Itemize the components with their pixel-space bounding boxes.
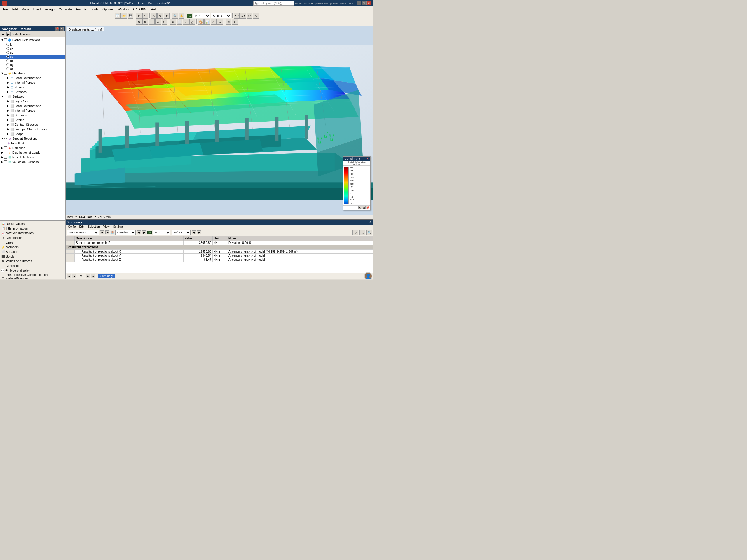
annotation-btn[interactable]: A	[211, 19, 216, 25]
nav-prev-btn[interactable]: ◀	[1, 32, 5, 36]
tree-phix[interactable]: φx	[0, 59, 66, 63]
check-type-display[interactable]: ✓	[1, 269, 4, 272]
cp-settings-btn[interactable]: ⚙	[358, 206, 362, 209]
menu-tools[interactable]: Tools	[89, 7, 100, 11]
nb-members[interactable]: ⚡ Members	[1, 245, 65, 249]
tree-phiy[interactable]: φy	[0, 63, 66, 67]
cp-expand-btn[interactable]: ⊞	[362, 206, 366, 209]
expand-layer-side[interactable]: ▶	[6, 100, 10, 103]
radio-phiz[interactable]	[6, 68, 9, 70]
sum-next-btn[interactable]: ▶	[105, 231, 109, 235]
summary-menu-goto[interactable]: Go To	[67, 225, 77, 229]
expand-stresses-mem[interactable]: ▶	[6, 90, 10, 94]
nav-pin-btn[interactable]: 📌	[55, 27, 59, 31]
summary-row-ry[interactable]: Resultant of reactions about Y -2840.54 …	[66, 254, 374, 258]
sum-lc-dropdown[interactable]: LC2	[153, 230, 171, 235]
nb-result-values[interactable]: 📊 Result Values	[1, 221, 65, 226]
tree-uy[interactable]: uy	[0, 50, 66, 55]
menu-assign[interactable]: Assign	[43, 7, 56, 11]
tree-u-abs[interactable]: |u|	[0, 42, 66, 46]
summary-analysis-dropdown[interactable]: Static Analysis	[67, 230, 99, 235]
summary-menu-view[interactable]: View	[102, 225, 111, 229]
check-support[interactable]: ✓	[4, 137, 7, 140]
tree-releases[interactable]: ▶ ◈ Releases	[0, 145, 66, 150]
radio-uz[interactable]	[6, 55, 9, 58]
legend-btn[interactable]: 📊	[204, 19, 210, 25]
page-first-btn[interactable]: ⏮	[67, 274, 71, 278]
cp-close-btn[interactable]: ✕	[366, 157, 369, 160]
menu-help[interactable]: Help	[149, 7, 159, 11]
tree-distribution[interactable]: ▶ ↓ Distribution of Loads	[0, 150, 66, 155]
expand-values-surf[interactable]: ▶	[1, 160, 4, 164]
print-btn[interactable]: 🖨	[217, 19, 223, 25]
open-btn[interactable]: 📂	[121, 13, 127, 19]
expand-strains-surf[interactable]: ▶	[6, 118, 10, 122]
wire-btn[interactable]: ⬡	[162, 19, 168, 25]
tree-contact-stresses[interactable]: ▶ ⬜ Contact Stresses	[0, 122, 66, 127]
radio-u-abs[interactable]	[6, 43, 9, 46]
sum-refresh-btn[interactable]: ↻	[353, 230, 358, 235]
cp-pin-btn[interactable]: 📌	[366, 206, 369, 209]
summary-menu-edit[interactable]: Edit	[78, 225, 85, 229]
lc-dropdown[interactable]: LC2	[192, 13, 210, 18]
show-load-btn[interactable]: ↓	[183, 19, 189, 25]
radio-ux[interactable]	[6, 47, 9, 50]
expand-contact[interactable]: ▶	[6, 123, 10, 126]
expand-int-forces-surf[interactable]: ▶	[6, 109, 10, 112]
tree-strains-surf[interactable]: ▶ ⬜ Strains	[0, 117, 66, 122]
summary-row-1[interactable]: Sum of support forces in Z 33059.80 kN D…	[66, 241, 374, 245]
grid-btn[interactable]: ⊞	[143, 19, 148, 25]
tree-resultant[interactable]: ⊛ Resultant	[0, 141, 66, 145]
zoom-btn[interactable]: 🔍	[172, 13, 178, 19]
tree-local-def-surf[interactable]: ▶ ⬜ Local Deformations	[0, 104, 66, 108]
check-result-sections[interactable]: ✓	[4, 156, 7, 159]
nb-deformation[interactable]: ↕ Deformation	[1, 235, 65, 240]
undo-btn[interactable]: ↩	[136, 13, 142, 19]
tree-global-deformations[interactable]: ▼ ✓ 🔷 Global Deformations	[0, 37, 66, 42]
maximize-button[interactable]: □	[362, 1, 366, 5]
expand-int-forces[interactable]: ▶	[6, 81, 10, 84]
check-surfaces[interactable]	[4, 95, 7, 98]
viewport[interactable]: Displacements uz [mm]	[66, 26, 374, 219]
check-global-def[interactable]: ✓	[4, 38, 7, 42]
nav-next-btn[interactable]: ▶	[6, 32, 10, 36]
menu-results[interactable]: Results	[74, 7, 89, 11]
page-next-btn[interactable]: ▶	[86, 274, 90, 278]
summary-minimize-btn[interactable]: ─	[366, 220, 368, 224]
tree-strains-mem[interactable]: ▶ ⊡ Strains	[0, 85, 66, 89]
check-distribution[interactable]	[4, 151, 7, 154]
pan-btn[interactable]: ✋	[179, 13, 184, 19]
sum-lc-next-btn[interactable]: ▶	[197, 231, 201, 235]
tree-int-forces-surf[interactable]: ▶ ⬜ Internal Forces	[0, 108, 66, 113]
tree-phiz[interactable]: φz	[0, 67, 66, 71]
nb-dimension[interactable]: ↔ Dimension	[1, 263, 65, 268]
view-xz-btn[interactable]: XZ	[247, 13, 252, 19]
menu-insert[interactable]: Insert	[31, 7, 43, 11]
check-releases[interactable]	[4, 146, 7, 149]
nb-ribs[interactable]: ⊡ Ribs - Effective Contribution on Surfa…	[1, 273, 65, 279]
expand-distribution[interactable]: ▶	[1, 151, 4, 154]
menu-window[interactable]: Window	[116, 7, 131, 11]
sum-lc-name-dropdown[interactable]: Aufbau	[172, 230, 190, 235]
settings-btn[interactable]: ⚙	[232, 19, 238, 25]
expand-surfaces[interactable]: ▼	[1, 95, 4, 98]
summary-tab[interactable]: Summary	[98, 274, 115, 278]
nb-values-surf[interactable]: ⊞ Values on Surfaces	[1, 259, 65, 263]
render-btn[interactable]: ◈	[155, 19, 161, 25]
check-values-surf[interactable]	[4, 160, 7, 163]
save-btn[interactable]: 💾	[128, 13, 133, 19]
show-mem-btn[interactable]: ≡	[170, 19, 176, 25]
sum-lc-prev-btn[interactable]: ◀	[192, 231, 196, 235]
snap-btn[interactable]: ⊕	[136, 19, 142, 25]
radio-uy[interactable]	[6, 51, 9, 54]
summary-menu-settings[interactable]: Settings	[112, 225, 125, 229]
nb-lines[interactable]: — Lines	[1, 240, 65, 245]
tree-shape[interactable]: ▶ ⬜ Shape	[0, 132, 66, 136]
rotate-btn[interactable]: ↻	[164, 13, 170, 19]
view-xy-btn[interactable]: XY	[240, 13, 246, 19]
show-support-btn[interactable]: △	[189, 19, 195, 25]
delete-btn[interactable]: ✖	[226, 19, 231, 25]
tree-uz[interactable]: uz	[0, 55, 66, 59]
tree-stresses-mem[interactable]: ▶ ⊡ Stresses	[0, 89, 66, 94]
color-scale-btn[interactable]: 🎨	[198, 19, 204, 25]
